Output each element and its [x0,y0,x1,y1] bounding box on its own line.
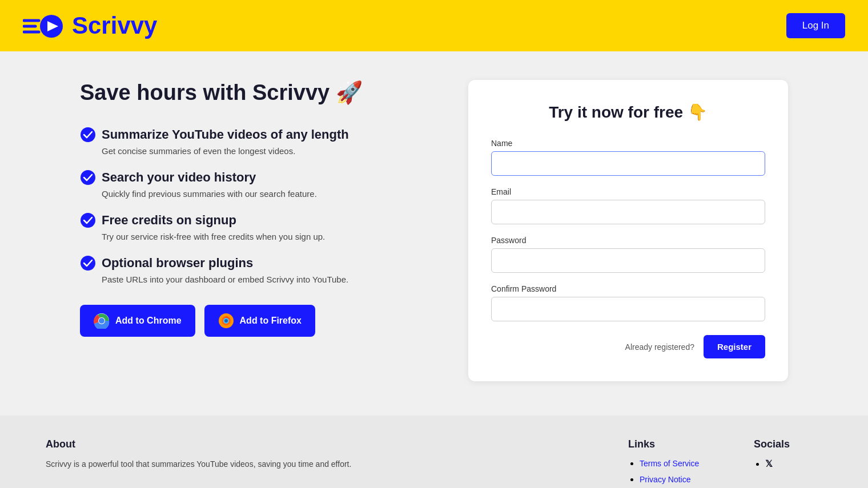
feature-heading-4: Optional browser plugins [80,255,434,271]
list-item: Terms of Service [640,458,720,469]
footer-about: About Scrivvy is a powerful tool that su… [46,438,594,488]
feature-item-3: Free credits on signup Try our service r… [80,212,434,241]
feature-heading-1: Summarize YouTube videos of any length [80,127,434,143]
feature-heading-2: Search your video history [80,170,434,185]
feature-desc-2: Quickly find previous summaries with our… [102,189,434,199]
svg-point-6 [81,170,95,185]
feature-heading-3: Free credits on signup [80,212,434,228]
chrome-icon [94,313,110,329]
svg-point-11 [99,318,105,324]
footer-links: Terms of Service Privacy Notice Contact … [628,458,720,488]
name-input[interactable] [491,151,765,176]
login-button[interactable]: Log In [786,13,845,38]
already-registered-text: Already registered? [625,342,694,352]
email-input[interactable] [491,200,765,224]
svg-point-5 [81,127,95,142]
svg-point-8 [81,256,95,271]
check-icon-2 [80,170,96,185]
add-to-firefox-button[interactable]: Add to Firefox [204,305,315,337]
footer-content: About Scrivvy is a powerful tool that su… [46,438,822,488]
feature-item-2: Search your video history Quickly find p… [80,170,434,199]
left-panel: Save hours with Scrivvy 🚀 Summarize YouT… [80,80,434,337]
feature-item-4: Optional browser plugins Paste URLs into… [80,255,434,284]
name-label: Name [491,139,765,148]
logo-text: Scrivvy [72,12,157,39]
form-footer: Already registered? Register [491,335,765,358]
logo-area: Scrivvy [23,10,157,42]
footer-socials-section: Socials 𝕏 [754,438,822,488]
links-title: Links [628,438,720,450]
main-content: Save hours with Scrivvy 🚀 Summarize YouT… [0,51,868,416]
footer: About Scrivvy is a powerful tool that su… [0,416,868,488]
feature-item-1: Summarize YouTube videos of any length G… [80,127,434,156]
register-button[interactable]: Register [704,335,765,358]
add-to-chrome-button[interactable]: Add to Chrome [80,305,195,337]
password-group: Password [491,236,765,273]
form-title: Try it now for free 👇 [491,103,765,122]
x-social-link[interactable]: 𝕏 [765,458,773,469]
confirm-password-label: Confirm Password [491,284,765,293]
header: Scrivvy Log In [0,0,868,51]
password-input[interactable] [491,248,765,273]
about-title: About [46,438,594,450]
about-text: Scrivvy is a powerful tool that summariz… [46,458,594,470]
privacy-notice-link[interactable]: Privacy Notice [640,475,690,484]
check-icon-1 [80,127,96,143]
check-icon-4 [80,255,96,271]
list-item: 𝕏 [765,458,822,469]
svg-point-7 [81,213,95,228]
check-icon-3 [80,212,96,228]
svg-point-15 [224,319,228,322]
browser-buttons: Add to Chrome Add to Firefox [80,305,434,337]
terms-of-service-link[interactable]: Terms of Service [640,459,699,468]
email-label: Email [491,187,765,196]
feature-desc-4: Paste URLs into your dashboard or embed … [102,275,434,284]
logo-icon [23,10,64,42]
footer-links-section: Links Terms of Service Privacy Notice Co… [628,438,720,488]
email-group: Email [491,187,765,224]
feature-desc-1: Get concise summaries of even the longes… [102,146,434,156]
footer-socials: 𝕏 [754,458,822,469]
feature-desc-3: Try our service risk-free with free cred… [102,232,434,241]
hero-title: Save hours with Scrivvy 🚀 [80,80,434,106]
firefox-icon [218,313,234,329]
name-group: Name [491,139,765,176]
password-label: Password [491,236,765,245]
confirm-password-input[interactable] [491,297,765,321]
confirm-password-group: Confirm Password [491,284,765,321]
list-item: Privacy Notice [640,474,720,485]
socials-title: Socials [754,438,822,450]
signup-form-panel: Try it now for free 👇 Name Email Passwor… [468,80,788,381]
